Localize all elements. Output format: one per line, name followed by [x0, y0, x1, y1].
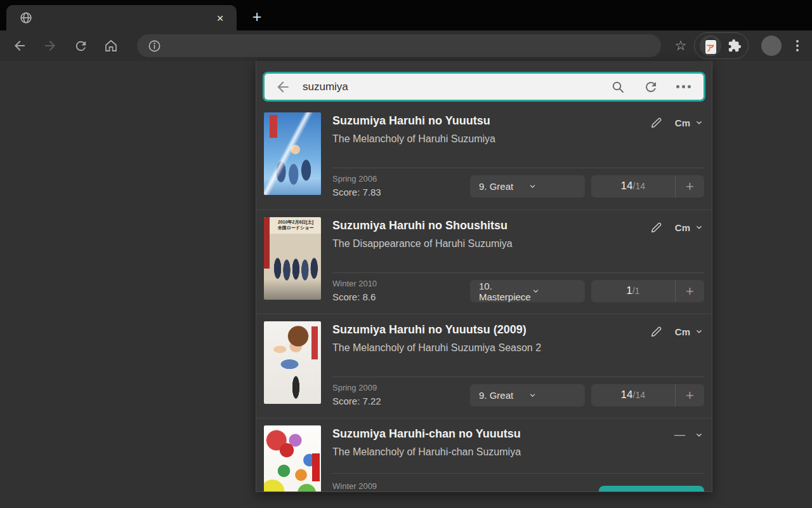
mal-extension-icon[interactable]: ア — [700, 35, 721, 57]
anime-english-title: The Disappearance of Haruhi Suzumiya — [332, 237, 650, 250]
page-content: Suzumiya Haruhi no Yuuutsu The Melanchol… — [0, 61, 812, 508]
episode-count[interactable]: 14/14 — [591, 384, 676, 406]
tab-strip: × + — [0, 0, 812, 30]
rating-value: 9. Great — [479, 181, 528, 192]
new-tab-button[interactable]: + — [247, 5, 266, 28]
edit-entry-icon[interactable] — [650, 220, 664, 234]
reload-icon[interactable] — [72, 37, 89, 54]
poster-caption: 2010年2月6日[土] 全国ロードショー — [272, 219, 320, 231]
season-label: Winter 2009 — [332, 481, 470, 491]
back-icon[interactable] — [11, 37, 28, 54]
forward-icon[interactable] — [42, 37, 58, 54]
chevron-down-icon — [528, 391, 577, 401]
score-label: Score: 7.83 — [332, 186, 470, 199]
score-label: Score: 8.6 — [332, 291, 470, 304]
status-label[interactable]: Cm — [675, 326, 690, 337]
browser-toolbar: ☆ ア — [0, 30, 812, 61]
result-list: Suzumiya Haruhi no Yuuutsu The Melanchol… — [256, 105, 712, 492]
browser-menu-icon[interactable] — [790, 36, 804, 55]
anime-title[interactable]: Suzumiya Haruhi no Yuuutsu (2009) — [332, 323, 650, 337]
anime-cover-image[interactable] — [264, 112, 321, 195]
anime-title[interactable]: Suzumiya Haruhi no Shoushitsu — [332, 218, 650, 232]
anime-title[interactable]: Suzumiya Haruhi-chan no Yuuutsu — [332, 427, 674, 441]
edit-entry-icon[interactable] — [650, 324, 664, 338]
increment-episode-button[interactable]: + — [676, 384, 704, 406]
season-label: Winter 2010 — [332, 279, 470, 289]
anime-result-row: 2010年2月6日[土] 全国ロードショー Suzumiya Haruhi no… — [256, 210, 712, 314]
chevron-down-icon — [528, 182, 577, 192]
episode-count[interactable]: 14/14 — [591, 175, 676, 197]
anime-title[interactable]: Suzumiya Haruhi no Yuuutsu — [332, 114, 650, 128]
extension-popup: Suzumiya Haruhi no Yuuutsu The Melanchol… — [256, 61, 712, 492]
chevron-down-icon — [531, 286, 577, 297]
globe-favicon-icon — [19, 11, 33, 25]
anime-result-row: Suzumiya Haruhi no Yuuutsu The Melanchol… — [256, 105, 712, 210]
more-options-icon[interactable] — [676, 85, 691, 88]
anime-cover-image[interactable] — [264, 321, 321, 404]
search-icon[interactable] — [610, 79, 625, 95]
status-label[interactable]: Cm — [675, 222, 690, 233]
edit-entry-icon[interactable] — [650, 116, 664, 130]
close-tab-icon[interactable]: × — [213, 10, 228, 25]
profile-avatar[interactable] — [761, 36, 782, 56]
rating-value: 10. Masterpiece — [479, 281, 531, 302]
refresh-results-icon[interactable] — [643, 79, 658, 95]
chevron-down-icon[interactable] — [694, 326, 704, 337]
site-info-icon[interactable] — [147, 39, 162, 53]
chevron-down-icon[interactable] — [694, 222, 704, 232]
episode-count[interactable]: 1/1 — [591, 280, 676, 302]
anime-result-row: Suzumiya Haruhi no Yuuutsu (2009) The Me… — [256, 314, 712, 418]
home-icon[interactable] — [103, 37, 119, 54]
anime-english-title: The Melancholy of Haruhi-chan Suzumiya — [332, 446, 674, 458]
anime-english-title: The Melancholy of Haruhi Suzumiya Season… — [332, 342, 650, 354]
episode-counter: 14/14 + — [591, 384, 704, 406]
anime-cover-image[interactable] — [264, 425, 321, 492]
status-label[interactable]: — — [674, 429, 685, 441]
episode-counter: 1/1 + — [591, 280, 704, 302]
address-bar[interactable] — [137, 34, 661, 57]
rating-select[interactable]: 9. Great — [470, 384, 585, 406]
pinned-extensions-pill: ア — [694, 32, 749, 59]
rating-value: 9. Great — [479, 390, 528, 401]
search-bar — [263, 72, 705, 102]
increment-episode-button[interactable]: + — [676, 280, 704, 302]
increment-episode-button[interactable]: + — [676, 175, 704, 197]
add-to-list-button[interactable] — [599, 486, 704, 492]
season-label: Spring 2009 — [332, 383, 470, 393]
row-divider — [332, 377, 704, 377]
season-label: Spring 2006 — [332, 174, 470, 184]
anime-cover-image[interactable]: 2010年2月6日[土] 全国ロードショー — [264, 217, 321, 300]
anime-english-title: The Melancholy of Haruhi Suzumiya — [332, 133, 650, 145]
anime-result-row: Suzumiya Haruhi-chan no Yuuutsu The Mela… — [256, 418, 712, 492]
chevron-down-icon[interactable] — [694, 117, 704, 128]
row-divider — [332, 168, 704, 168]
rating-select[interactable]: 10. Masterpiece — [470, 280, 585, 302]
browser-window: × + ☆ ア — [0, 0, 812, 508]
row-divider — [332, 272, 704, 273]
rating-select[interactable]: 9. Great — [470, 175, 585, 197]
browser-tab[interactable]: × — [6, 5, 237, 30]
search-input[interactable] — [303, 81, 610, 93]
score-label: Score: 7.22 — [332, 395, 470, 408]
bookmark-star-icon[interactable]: ☆ — [672, 37, 689, 54]
row-divider — [332, 473, 704, 474]
chevron-down-icon[interactable] — [694, 430, 704, 440]
status-label[interactable]: Cm — [675, 117, 690, 128]
popup-back-icon[interactable] — [275, 79, 291, 95]
extensions-puzzle-icon[interactable] — [726, 37, 743, 54]
episode-counter: 14/14 + — [591, 175, 704, 197]
